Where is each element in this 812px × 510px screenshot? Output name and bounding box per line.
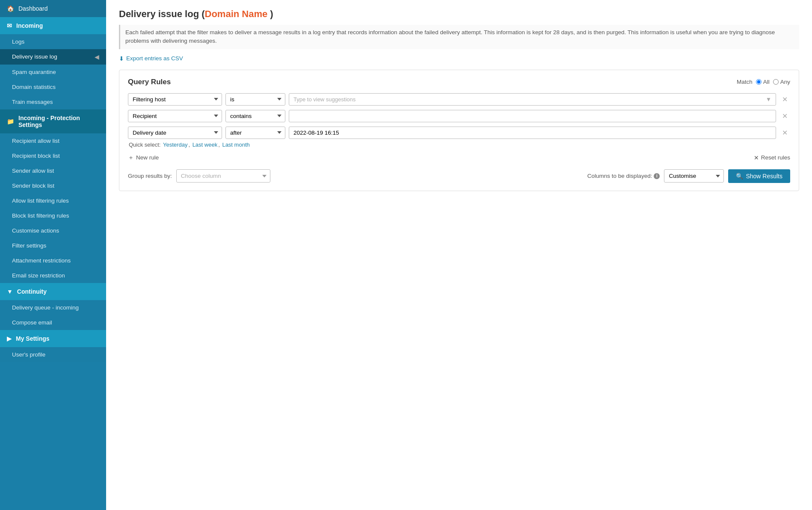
sidebar-item-attachment-restrictions[interactable]: Attachment restrictions — [0, 253, 106, 268]
sidebar-item-domain-statistics[interactable]: Domain statistics — [0, 80, 106, 94]
rule2-field-select[interactable]: Recipient — [128, 110, 222, 122]
sidebar-item-delivery-queue-incoming[interactable]: Delivery queue - incoming — [0, 300, 106, 315]
sidebar-item-dashboard[interactable]: 🏠 Dashboard — [0, 0, 106, 17]
sidebar-item-filter-settings[interactable]: Filter settings — [0, 238, 106, 253]
show-results-button[interactable]: 🔍 Show Results — [728, 169, 790, 183]
sidebar-dashboard-label: Dashboard — [18, 5, 48, 12]
recipient-allow-list-label: Recipient allow list — [12, 138, 59, 144]
sidebar-section-incoming[interactable]: ✉ Incoming — [0, 17, 106, 34]
sidebar-item-allow-list-filtering-rules[interactable]: Allow list filtering rules — [0, 193, 106, 208]
my-settings-label: My Settings — [16, 335, 50, 342]
quick-yesterday[interactable]: Yesterday — [163, 142, 187, 148]
rule1-value-container: Type to view suggestions ▼ — [289, 93, 776, 106]
delivery-queue-incoming-label: Delivery queue - incoming — [12, 304, 79, 311]
customise-select[interactable]: Customise — [664, 169, 724, 183]
domain-statistics-label: Domain statistics — [12, 84, 56, 90]
reset-rules-button[interactable]: ✕ Reset rules — [754, 154, 790, 161]
sidebar-item-train-messages[interactable]: Train messages — [0, 94, 106, 109]
columns-section: Columns to be displayed: i Customise 🔍 S… — [587, 169, 790, 183]
collapse-arrow: ◀ — [95, 53, 99, 60]
sidebar-section-my-settings[interactable]: ▶ My Settings — [0, 330, 106, 347]
rule1-operator-select[interactable]: is — [225, 93, 285, 106]
continuity-label: Continuity — [17, 288, 47, 295]
info-icon: i — [654, 173, 660, 179]
folder-icon: 📁 — [7, 118, 14, 125]
sidebar: 🏠 Dashboard ✉ Incoming Logs Delivery iss… — [0, 0, 106, 510]
page-title: Delivery issue log (Domain Name ) — [119, 9, 799, 20]
spam-quarantine-label: Spam quarantine — [12, 69, 56, 75]
filter-settings-label: Filter settings — [12, 242, 46, 249]
block-list-filtering-rules-label: Block list filtering rules — [12, 212, 69, 219]
sidebar-item-spam-quarantine[interactable]: Spam quarantine — [0, 65, 106, 80]
rule-row-3: Delivery date after ✕ — [128, 127, 790, 139]
compose-email-label: Compose email — [12, 319, 52, 326]
match-label: Match — [737, 79, 753, 85]
rule3-remove-button[interactable]: ✕ — [779, 128, 790, 138]
sidebar-item-users-profile[interactable]: User's profile — [0, 347, 106, 362]
quick-last-week[interactable]: Last week — [193, 142, 218, 148]
new-rule-button[interactable]: ＋ New rule — [128, 154, 159, 162]
sidebar-item-sender-allow-list[interactable]: Sender allow list — [0, 163, 106, 178]
bottom-row: Group results by: Choose column Columns … — [128, 169, 790, 183]
sidebar-item-delivery-issue-log[interactable]: Delivery issue log ◀ — [0, 49, 106, 65]
plus-icon: ＋ — [128, 154, 134, 162]
rule-row-1: Filtering host is Type to view suggestio… — [128, 93, 790, 106]
download-icon: ⬇ — [119, 55, 124, 62]
rule1-field-select[interactable]: Filtering host — [128, 93, 222, 106]
rule2-value-input[interactable] — [289, 110, 776, 122]
query-rules-title: Query Rules — [128, 78, 171, 86]
match-control: Match All Any — [737, 79, 790, 85]
main-content: Delivery issue log (Domain Name ) Each f… — [106, 0, 812, 510]
search-icon: 🔍 — [736, 173, 743, 180]
group-by-select[interactable]: Choose column — [176, 169, 270, 183]
sidebar-item-customise-actions[interactable]: Customise actions — [0, 223, 106, 238]
allow-list-filtering-rules-label: Allow list filtering rules — [12, 198, 69, 204]
match-all-radio-label[interactable]: All — [756, 79, 770, 85]
sidebar-section-continuity[interactable]: ▼ Continuity — [0, 283, 106, 300]
query-panel-header: Query Rules Match All Any — [128, 78, 790, 86]
quick-last-month[interactable]: Last month — [222, 142, 249, 148]
delivery-issue-log-label: Delivery issue log — [12, 53, 57, 60]
sidebar-item-email-size-restriction[interactable]: Email size restriction — [0, 268, 106, 283]
customise-actions-label: Customise actions — [12, 227, 59, 234]
rule1-dropdown-arrow: ▼ — [766, 96, 771, 103]
query-actions: ＋ New rule ✕ Reset rules — [128, 154, 790, 162]
sidebar-item-recipient-allow-list[interactable]: Recipient allow list — [0, 133, 106, 148]
rule2-remove-button[interactable]: ✕ — [779, 111, 790, 121]
train-messages-label: Train messages — [12, 99, 53, 105]
rule3-value-input[interactable] — [289, 127, 776, 139]
x-icon: ✕ — [754, 154, 759, 161]
domain-name: Domain Name — [205, 9, 268, 19]
group-by-section: Group results by: Choose column — [128, 169, 270, 183]
match-any-radio[interactable] — [773, 79, 779, 85]
query-rules-panel: Query Rules Match All Any Filtering host… — [119, 70, 799, 191]
quick-select-label: Quick select: — [129, 142, 160, 148]
page-title-static: Delivery issue log ( — [119, 9, 205, 19]
sidebar-item-block-list-filtering-rules[interactable]: Block list filtering rules — [0, 208, 106, 223]
sidebar-item-recipient-block-list[interactable]: Recipient block list — [0, 148, 106, 163]
rule3-field-select[interactable]: Delivery date — [128, 127, 222, 139]
quick-select: Quick select: Yesterday, Last week, Last… — [128, 142, 790, 148]
match-all-label: All — [763, 79, 770, 85]
rule2-operator-select[interactable]: contains — [225, 110, 285, 122]
chevron-right-icon: ▶ — [7, 335, 12, 342]
filter-icon: ▼ — [7, 288, 13, 295]
users-profile-label: User's profile — [12, 351, 45, 358]
export-csv-link[interactable]: ⬇ Export entries as CSV — [119, 55, 183, 62]
match-all-radio[interactable] — [756, 79, 762, 85]
sender-allow-list-label: Sender allow list — [12, 168, 54, 174]
rule1-remove-button[interactable]: ✕ — [779, 94, 790, 104]
rule1-value-placeholder: Type to view suggestions — [293, 96, 356, 103]
sidebar-section-incoming-protection[interactable]: 📁 Incoming - Protection Settings — [0, 109, 106, 133]
attachment-restrictions-label: Attachment restrictions — [12, 257, 71, 264]
envelope-icon: ✉ — [7, 22, 12, 29]
match-any-radio-label[interactable]: Any — [773, 79, 790, 85]
sidebar-item-sender-block-list[interactable]: Sender block list — [0, 178, 106, 193]
sidebar-item-logs[interactable]: Logs — [0, 34, 106, 49]
home-icon: 🏠 — [7, 5, 14, 12]
match-any-label: Any — [780, 79, 790, 85]
rule3-operator-select[interactable]: after — [225, 127, 285, 139]
page-title-close: ) — [267, 9, 273, 19]
page-description: Each failed attempt that the filter make… — [119, 25, 799, 49]
sidebar-item-compose-email[interactable]: Compose email — [0, 315, 106, 330]
